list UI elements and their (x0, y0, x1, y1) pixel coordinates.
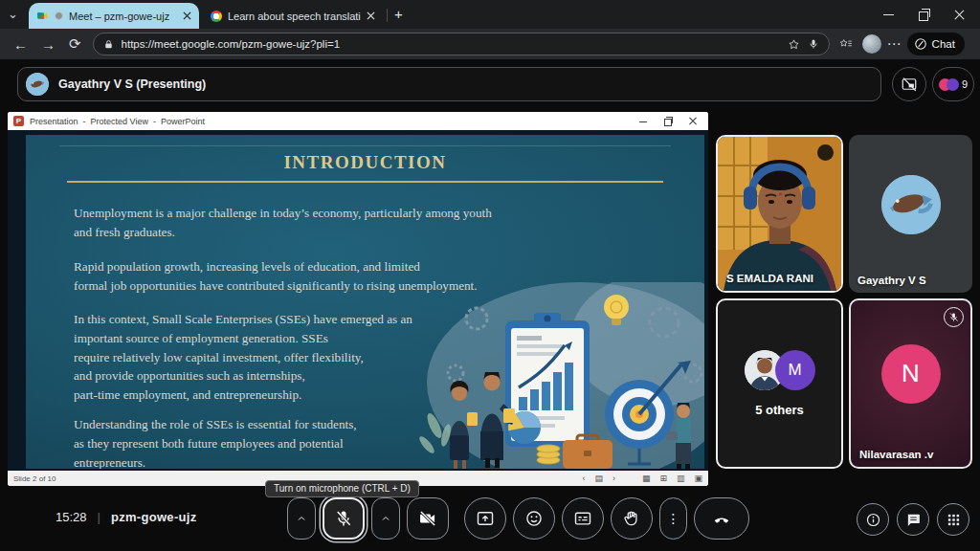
participant-tile-emalda[interactable]: S EMALDA RANI (716, 135, 843, 293)
tab-search-chevron-icon[interactable]: ⌄ (8, 7, 18, 21)
end-call-button[interactable] (694, 497, 749, 540)
meeting-panels (857, 503, 969, 536)
participant-tile-nilavarasan[interactable]: N Nilavarasan .v (849, 298, 972, 469)
slide-canvas: INTRODUCTION Unemployment is a major cha… (8, 130, 708, 471)
participant-tile-gayathry[interactable]: Gayathry V S (849, 135, 972, 293)
divider: | (98, 510, 100, 524)
audio-options-button[interactable] (287, 497, 316, 540)
reload-icon[interactable]: ⟳ (69, 35, 81, 53)
reactions-button[interactable] (513, 497, 555, 540)
clock-time: 15:28 (56, 510, 87, 524)
lock-icon (103, 39, 114, 50)
powerpoint-window-controls (639, 118, 702, 125)
browser-profile-avatar[interactable] (862, 34, 881, 54)
browser-toolbar: ← → ⟳ https://meet.google.com/pzm-gowe-u… (0, 29, 980, 59)
participant-name: S EMALDA RANI (726, 273, 813, 284)
meeting-code: pzm-gowe-ujz (111, 510, 197, 524)
back-icon[interactable]: ← (13, 36, 28, 53)
powerpoint-window-title: Presentation - Protected View - PowerPoi… (30, 117, 634, 126)
others-count-label: 5 others (755, 403, 804, 417)
participant-avatar (881, 175, 941, 234)
slide: INTRODUCTION Unemployment is a major cha… (26, 135, 704, 469)
chat-logo-icon (914, 37, 927, 51)
mic-off-button[interactable] (323, 497, 365, 540)
tab-media-indicator-icon (55, 11, 63, 20)
tab-speech-translation[interactable]: Learn about speech translation - G (203, 3, 383, 29)
participant-count: 9 (962, 78, 968, 90)
participant-count-button[interactable]: 9 (932, 67, 974, 101)
url-text: https://meet.google.com/pzm-gowe-ujz?pli… (122, 38, 780, 50)
url-bar[interactable]: https://meet.google.com/pzm-gowe-ujz?pli… (93, 33, 830, 55)
ppt-restore-icon[interactable] (664, 118, 672, 125)
window-close-icon[interactable] (954, 10, 965, 20)
slide-menu-icon[interactable]: ▤ (594, 474, 603, 483)
ppt-close-icon[interactable] (689, 118, 697, 125)
picture-in-picture-off-button[interactable] (892, 67, 926, 101)
google-meet-icon (36, 10, 49, 22)
powerpoint-window: P Presentation - Protected View - PowerP… (8, 112, 708, 486)
tab-close-icon[interactable] (367, 11, 375, 20)
mic-tooltip: Turn on microphone (CTRL + D) (265, 480, 419, 497)
slideshow-view-icon[interactable]: ▣ (694, 474, 702, 483)
tab-divider (387, 9, 388, 22)
more-options-button[interactable]: ⋮ (659, 497, 687, 540)
slide-paragraph: Unemployment is a major challenge in tod… (74, 204, 629, 242)
chat-panel-button[interactable] (897, 503, 929, 536)
participant-grid: S EMALDA RANI Gayathry V S M 5 others N (716, 135, 972, 469)
participant-mini-avatar (947, 78, 959, 91)
mic-muted-indicator-icon (944, 307, 964, 327)
raise-hand-button[interactable] (611, 497, 653, 540)
browser-menu-icon[interactable]: ⋯ (887, 35, 902, 53)
previous-slide-icon[interactable]: ‹ (582, 474, 585, 483)
slide-title: INTRODUCTION (67, 152, 664, 183)
window-minimize-icon[interactable] (883, 10, 894, 20)
window-restore-icon[interactable] (919, 10, 929, 20)
powerpoint-icon: P (13, 116, 24, 126)
meeting-details-button[interactable] (857, 503, 889, 536)
window-controls (868, 0, 980, 29)
video-options-button[interactable] (371, 497, 400, 540)
chat-button[interactable]: Chat (907, 33, 965, 55)
chat-label: Chat (932, 38, 955, 50)
activities-grid-button[interactable] (937, 503, 969, 536)
participant-avatar: N (881, 344, 941, 404)
participant-avatar: M (775, 350, 815, 390)
ppt-minimize-icon[interactable] (639, 118, 647, 125)
participant-name: Nilavarasan .v (859, 449, 933, 460)
presenter-avatar (26, 73, 49, 96)
present-screen-button[interactable] (464, 497, 506, 540)
slide-sorter-view-icon[interactable]: ⊞ (659, 474, 667, 483)
voice-search-mic-icon[interactable] (808, 38, 819, 50)
participant-tile-others[interactable]: M 5 others (716, 298, 843, 469)
browser-tab-strip: ⌄ Meet – pzm-gowe-ujz Learn about speech… (0, 0, 980, 29)
google-g-icon (211, 11, 222, 22)
tab-title: Learn about speech translation - G (228, 11, 361, 22)
presenter-name: Gayathry V S (Presenting) (58, 77, 206, 91)
meeting-info: 15:28 | pzm-gowe-ujz (56, 510, 196, 524)
call-controls: ⋮ (287, 497, 749, 540)
tab-title: Meet – pzm-gowe-ujz (69, 11, 177, 22)
tab-close-icon[interactable] (183, 11, 191, 20)
tab-meet[interactable]: Meet – pzm-gowe-ujz (29, 3, 199, 29)
tile-options-icon[interactable] (817, 144, 834, 161)
avatar-initial: N (902, 359, 920, 388)
next-slide-icon[interactable]: › (612, 474, 615, 483)
powerpoint-titlebar[interactable]: P Presentation - Protected View - PowerP… (8, 112, 708, 130)
slide-top-rule (59, 145, 670, 146)
reading-view-icon[interactable]: ▥ (677, 474, 685, 483)
normal-view-icon[interactable]: ▦ (642, 474, 651, 483)
bookmarks-list-icon[interactable] (839, 37, 853, 51)
forward-icon[interactable]: → (41, 36, 56, 53)
captions-button[interactable] (562, 497, 604, 540)
camera-off-button[interactable] (407, 497, 449, 540)
business-growth-illustration (417, 282, 704, 469)
presenter-banner: Gayathry V S (Presenting) (17, 67, 881, 101)
avatar-initial: M (788, 361, 801, 380)
bookmark-star-icon[interactable] (788, 38, 800, 51)
participant-name: Gayathry V S (858, 275, 926, 286)
new-tab-button[interactable]: + (394, 6, 403, 22)
